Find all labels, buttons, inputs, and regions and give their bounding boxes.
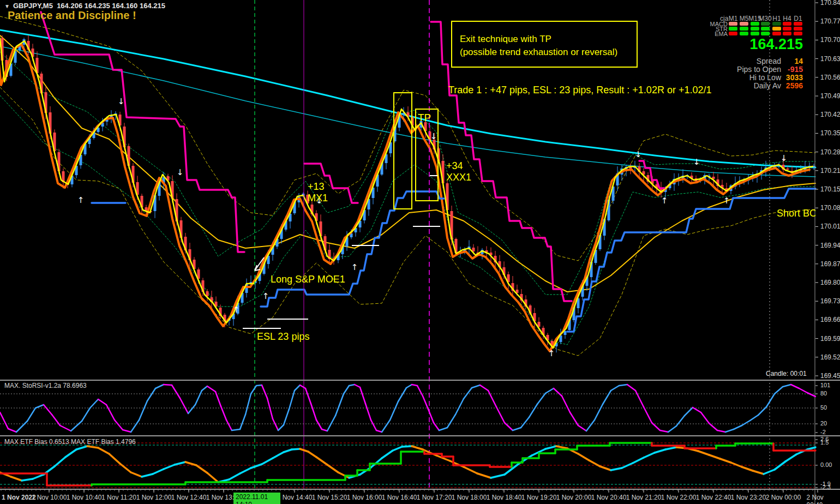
short-entry-label: Short BO: [777, 208, 815, 219]
time-axis-label: 2 Nov 00:40: [807, 494, 829, 504]
symbol-label: GBPJPY,M5: [13, 2, 53, 10]
price-axis-label: 170.770: [820, 17, 840, 25]
stat-label: Pips to Open: [710, 65, 781, 74]
candle-countdown: Candle: 00:01: [766, 370, 807, 377]
svg-text:↑: ↑: [548, 349, 555, 358]
price-axis-label: 169.595: [820, 335, 840, 343]
price-axis-label: 170.285: [820, 148, 840, 156]
price-axis-label: 169.805: [820, 279, 840, 286]
exit-note-line1: Exit technique with TP: [460, 33, 637, 46]
ohlc-values: 164.206 164.235 164.160 164.215: [57, 2, 165, 10]
selected-time-highlight[interactable]: 2022.11.01 14:10: [233, 493, 280, 504]
current-price-display: 164.215: [749, 36, 803, 53]
time-axis-label: 1 Nov 16:00: [347, 494, 382, 501]
stat-label: Spread: [710, 57, 781, 65]
svg-text:↓: ↓: [430, 131, 437, 141]
time-axis-label: 1 Nov 20:00: [556, 494, 592, 501]
price-axis-label: 170.215: [820, 167, 840, 175]
stat-value: 2596: [782, 81, 803, 90]
svg-text:↑: ↑: [233, 305, 240, 315]
signal-cell-ema-h1: [772, 32, 781, 35]
plus34-label: +34 XXX1: [446, 160, 471, 183]
signal-cell-macd-m15: [751, 22, 759, 26]
sub-axis-label: 20: [820, 420, 827, 427]
tp-label: TP: [418, 112, 431, 124]
time-axis-label: 1 Nov 10:00: [32, 494, 67, 501]
exit-technique-note[interactable]: Exit technique with TP (possible trend e…: [451, 21, 638, 68]
signal-cell-ema-d1: [794, 32, 802, 35]
price-axis-label: 170.560: [820, 74, 840, 81]
window-separator[interactable]: [0, 380, 840, 381]
sub-axis-label: 0.00: [820, 461, 832, 468]
plus34-pips: +34: [446, 160, 471, 172]
esl-label: ESL 23 pips: [257, 331, 309, 343]
svg-text:↓: ↓: [177, 167, 184, 177]
price-axis[interactable]: 170.840170.770170.700170.630170.560170.4…: [815, 0, 840, 504]
svg-text:↑: ↑: [351, 262, 358, 272]
svg-text:↑: ↑: [262, 291, 269, 301]
panel-column-header: M1: [729, 15, 738, 22]
panel-column-header: M30: [759, 15, 771, 22]
sub-axis-label: 1.5: [820, 439, 829, 446]
signal-cell-macd-d1: [794, 22, 802, 26]
etf-bias-indicator-label: MAX ETF Bias 0.6513 MAX ETF Bias 1.4796: [4, 438, 136, 446]
time-axis-label: 1 Nov 17:20: [417, 494, 452, 501]
stat-label: Daily Av: [710, 81, 781, 90]
storsi-indicator-label: MAX. StoRSI-v1.2a 78.6963: [4, 382, 87, 389]
timeframe-panel: cjaM1M5M15M30H1H4D1MACDSTREMA164.215Spre…: [704, 13, 807, 80]
trading-terminal: ↓↓↓↓↓↓↓↑↑↑↑↑↑↑ ▼GBPJPY,M5 164.206 164.23…: [0, 0, 840, 504]
price-axis-label: 170.355: [820, 129, 840, 137]
stat-value: 14: [782, 57, 803, 65]
panel-column-header: H1: [772, 15, 781, 22]
svg-text:↓: ↓: [693, 157, 700, 167]
stat-value: -915: [782, 65, 803, 74]
time-axis-label: 1 Nov 12:00: [136, 494, 172, 501]
price-axis-label: 170.080: [820, 204, 840, 212]
price-axis-label: 170.150: [820, 185, 840, 193]
signal-cell-macd-m1: [729, 22, 737, 26]
time-axis-label: 1 Nov 22:00: [661, 494, 697, 501]
plus13-tag: MX1: [308, 193, 328, 204]
time-axis-label: 1 Nov 16:40: [382, 494, 417, 501]
sub-axis-label: 80: [820, 390, 827, 397]
plus34-tag: XXX1: [446, 172, 471, 183]
plus13-label: +13 MX1: [308, 181, 328, 204]
svg-text:↓: ↓: [635, 149, 642, 159]
time-axis[interactable]: 1 Nov 20221 Nov 10:001 Nov 10:401 Nov 11…: [0, 490, 840, 504]
price-axis-label: 169.455: [820, 372, 840, 380]
signal-cell-ema-m5: [740, 32, 748, 35]
chevron-down-icon[interactable]: ▼: [4, 3, 10, 9]
price-axis-label: 170.425: [820, 111, 840, 118]
sub-axis-label: 50: [820, 404, 827, 411]
signal-cell-ema-h4: [783, 32, 791, 35]
signal-cell-macd-m30: [761, 22, 770, 26]
price-axis-label: 170.840: [820, 0, 840, 7]
time-axis-label: 2 Nov 00:00: [766, 494, 801, 501]
time-axis-label: 1 Nov 23:20: [731, 494, 766, 501]
signal-cell-ema-m30: [761, 32, 770, 35]
stat-value: 3033: [782, 73, 803, 82]
signal-cell-str-m30: [761, 27, 770, 31]
price-axis-label: 169.525: [820, 353, 840, 361]
panel-column-header: D1: [794, 15, 802, 22]
time-axis-label: 1 Nov 14:40: [277, 494, 313, 501]
time-axis-label: 1 Nov 11:20: [101, 494, 136, 501]
signal-cell-macd-h1: [772, 22, 781, 26]
svg-text:↑: ↑: [723, 196, 730, 206]
time-axis-label: 1 Nov 19:20: [521, 494, 557, 501]
plus13-pips: +13: [308, 181, 328, 193]
price-axis-label: 170.630: [820, 55, 840, 63]
time-axis-label: 1 Nov 15:20: [312, 494, 347, 501]
signal-cell-str-m15: [751, 27, 759, 31]
svg-text:↑: ↑: [77, 195, 85, 205]
price-axis-label: 170.495: [820, 92, 840, 100]
svg-text:↓: ↓: [781, 153, 788, 163]
price-axis-label: 169.665: [820, 316, 840, 323]
panel-row-label: EMA: [704, 31, 728, 37]
signal-cell-str-h4: [783, 27, 791, 31]
svg-text:↑: ↑: [661, 196, 668, 206]
price-axis-label: 169.940: [820, 242, 840, 249]
price-axis-label: 170.700: [820, 36, 840, 44]
time-axis-label: 1 Nov 12:40: [171, 494, 207, 501]
window-separator[interactable]: [0, 435, 840, 436]
